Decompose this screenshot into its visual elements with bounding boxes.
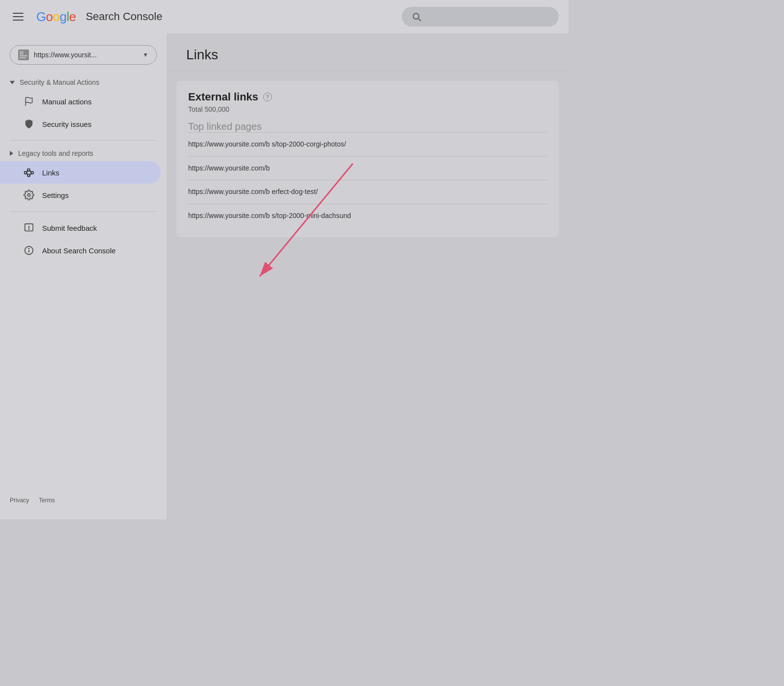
page-title: Links bbox=[186, 47, 549, 63]
footer: Privacy Terms bbox=[0, 489, 167, 512]
logo-g2: g bbox=[60, 9, 67, 24]
main-divider bbox=[167, 71, 568, 71]
feedback-label: Submit feedback bbox=[42, 224, 97, 232]
manual-actions-label: Manual actions bbox=[42, 98, 92, 106]
svg-line-14 bbox=[30, 173, 31, 176]
site-url-label: https://www.yoursit... bbox=[34, 51, 138, 59]
svg-line-12 bbox=[26, 172, 27, 175]
svg-rect-4 bbox=[20, 55, 27, 56]
app-title: Search Console bbox=[86, 10, 163, 23]
sidebar-item-security-issues[interactable]: Security issues bbox=[0, 113, 161, 135]
terms-link[interactable]: Terms bbox=[39, 497, 55, 504]
main-content: Links External links ? Total 500,000 Top… bbox=[167, 33, 568, 519]
svg-line-1 bbox=[418, 19, 421, 21]
site-favicon bbox=[18, 49, 29, 60]
expand-icon bbox=[10, 151, 13, 156]
sidebar-item-about[interactable]: About Search Console bbox=[0, 239, 161, 262]
search-bar[interactable] bbox=[402, 7, 559, 26]
shield-icon bbox=[24, 119, 34, 129]
cards-row: External links ? Total 500,000 Top linke… bbox=[167, 81, 568, 237]
svg-rect-5 bbox=[20, 57, 25, 58]
sidebar-item-submit-feedback[interactable]: Submit feedback bbox=[0, 217, 161, 239]
list-item: https://www.yoursite.com/b bbox=[188, 156, 547, 180]
sidebar-item-manual-actions[interactable]: Manual actions bbox=[0, 90, 161, 113]
header: Google Search Console bbox=[0, 0, 568, 33]
external-links-title: External links ? bbox=[188, 91, 547, 103]
logo-o1: o bbox=[46, 9, 53, 24]
svg-rect-3 bbox=[20, 51, 24, 55]
search-icon bbox=[412, 12, 421, 22]
layout: https://www.yoursit... ▼ Security & Manu… bbox=[0, 33, 568, 519]
divider-2 bbox=[10, 211, 157, 212]
site-selector[interactable]: https://www.yoursit... ▼ bbox=[10, 45, 157, 65]
chevron-down-icon: ▼ bbox=[143, 51, 148, 58]
linked-url-3: https://www.yoursite.com/b erfect-dog-te… bbox=[188, 187, 547, 197]
svg-point-15 bbox=[27, 194, 30, 196]
flag-icon bbox=[24, 96, 34, 107]
settings-label: Settings bbox=[42, 191, 69, 199]
linked-url-4: https://www.yoursite.com/b s/top-2000-mi… bbox=[188, 211, 547, 221]
hamburger-menu-icon[interactable] bbox=[10, 10, 26, 24]
privacy-link[interactable]: Privacy bbox=[10, 497, 29, 504]
list-item: https://www.yoursite.com/b s/top-2000-co… bbox=[188, 132, 547, 156]
sidebar-item-links[interactable]: Links bbox=[0, 161, 161, 184]
security-issues-label: Security issues bbox=[42, 120, 92, 128]
main-header: Links bbox=[167, 33, 568, 71]
external-links-card: External links ? Total 500,000 Top linke… bbox=[176, 81, 559, 237]
logo-g: G bbox=[36, 9, 46, 24]
list-item: https://www.yoursite.com/b s/top-2000-mi… bbox=[188, 204, 547, 228]
top-linked-pages-title: Top linked pages ? bbox=[188, 121, 547, 132]
info-icon bbox=[24, 245, 34, 256]
feedback-icon bbox=[24, 222, 34, 233]
section-label: Security & Manual Actions bbox=[20, 78, 99, 86]
svg-line-13 bbox=[30, 170, 31, 172]
top-linked-pages-section: Top linked pages ? https://www.yoursite.… bbox=[188, 121, 547, 227]
linked-url-2: https://www.yoursite.com/b bbox=[188, 164, 547, 173]
google-logo: Google bbox=[36, 9, 76, 24]
logo-e: e bbox=[69, 9, 76, 24]
divider-1 bbox=[10, 140, 157, 141]
about-label: About Search Console bbox=[42, 246, 116, 255]
linked-url-1: https://www.yoursite.com/b s/top-2000-co… bbox=[188, 140, 547, 149]
external-links-total: Total 500,000 bbox=[188, 105, 547, 113]
list-item: https://www.yoursite.com/b erfect-dog-te… bbox=[188, 180, 547, 204]
top-linked-pages-help-icon[interactable]: ? bbox=[267, 122, 275, 131]
sidebar: https://www.yoursit... ▼ Security & Manu… bbox=[0, 33, 167, 519]
section-security-manual[interactable]: Security & Manual Actions bbox=[0, 74, 167, 90]
section-label: Legacy tools and reports bbox=[18, 149, 93, 157]
external-links-help-icon[interactable]: ? bbox=[263, 93, 272, 101]
logo-o2: o bbox=[53, 9, 60, 24]
expand-icon bbox=[10, 81, 15, 84]
links-label: Links bbox=[42, 169, 59, 177]
links-icon bbox=[24, 167, 34, 178]
settings-icon bbox=[24, 190, 34, 200]
section-legacy-tools[interactable]: Legacy tools and reports bbox=[0, 146, 167, 161]
sidebar-item-settings[interactable]: Settings bbox=[0, 184, 161, 206]
